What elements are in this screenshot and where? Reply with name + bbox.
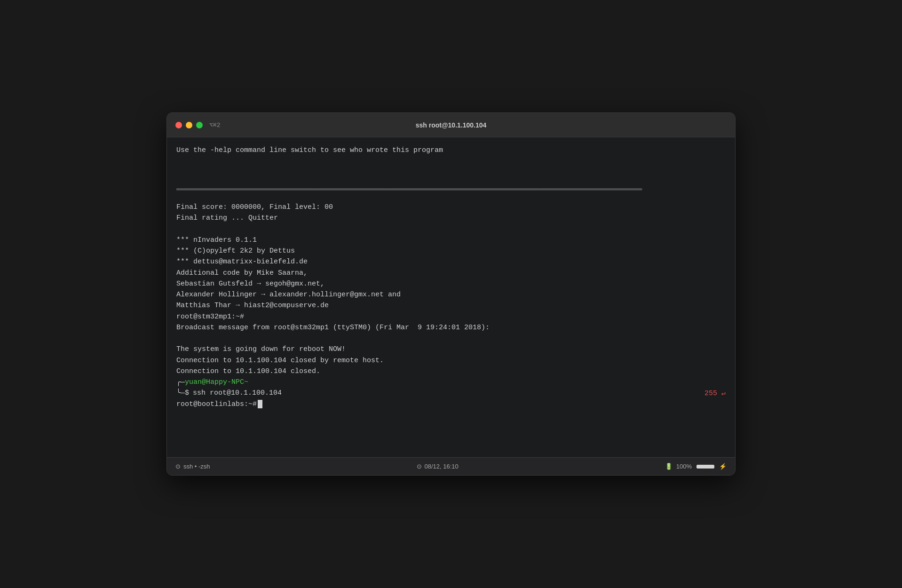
ninv1-line: *** nInvaders 0.1.1 [176,235,726,246]
root-prompt: root@bootlinlabs:~# [176,399,257,410]
prompt-bracket: ╭─ [176,378,185,387]
window-shortcut: ⌥⌘2 [209,121,220,129]
statusbar-left: ⊙ ssh • -zsh [175,463,210,470]
blank2 [176,167,726,178]
statusbar: ⊙ ssh • -zsh ⊙ 08/12, 16:10 🔋 100% ⚡ [167,457,735,475]
conn1-line: Connection to 10.1.100.104 closed by rem… [176,355,726,366]
traffic-lights [175,122,203,128]
broadcast-line: Broadcast message from root@stm32mp1 (tt… [176,322,726,333]
battery-bar [696,465,714,469]
help-line: Use the -help command line switch to see… [176,145,726,156]
terminal-window: ⌥⌘2 ssh root@10.1.100.104 Use the -help … [166,112,736,476]
ninv3-line: *** dettus@matrixx-bielefeld.de [176,256,726,267]
prompt-bracket2: ╰─ [176,389,185,397]
statusbar-right: 🔋 100% ⚡ [665,463,727,470]
blank4 [176,224,726,235]
reboot-line: The system is going down for reboot NOW! [176,344,726,355]
code3-line: Alexander Hollinger → alexander.hollinge… [176,289,726,300]
code1-line: Additional code by Mike Saarna, [176,268,726,278]
root-prompt-line: root@bootlinlabs:~# [176,399,726,410]
terminal-body[interactable]: Use the -help command line switch to see… [167,137,735,457]
exit-code: 255 ↵ [704,389,726,397]
battery-pct: 100% [676,463,692,470]
battery-fill [696,465,714,469]
code2-line: Sebastian Gutsfeld → segoh@gmx.net, [176,278,726,289]
window-title: ssh root@10.1.100.104 [416,121,487,129]
rating-line: Final rating ... Quitter [176,213,726,223]
root1-line: root@stm32mp1:~# [176,311,726,322]
maximize-button[interactable] [196,122,203,128]
prompt-tilde: ~ [244,378,248,386]
code4-line: Matthias Thar → hiast2@compuserve.de [176,300,726,311]
battery-icon: 🔋 [665,463,673,470]
bolt-icon: ⚡ [719,463,727,470]
cursor [258,400,262,408]
ssh-command: ssh root@10.1.100.104 [189,388,282,398]
score-line: Final score: 0000000, Final level: 00 [176,202,726,213]
ninv2-line: *** (C)opyleft 2k2 by Dettus [176,246,726,256]
minimize-button[interactable] [186,122,192,128]
datetime: 08/12, 16:10 [425,463,459,470]
divider-line: ════════════════════════════════════════… [176,184,726,195]
status-label: ssh • -zsh [183,463,210,470]
statusbar-center: ⊙ 08/12, 16:10 [210,463,665,470]
user-prompt-line: ╭─ yuan@Happy-NPC ~ [176,377,726,388]
titlebar: ⌥⌘2 ssh root@10.1.100.104 [167,113,735,137]
clock-icon: ⊙ [417,463,422,470]
status-icon: ⊙ [175,463,181,470]
conn2-line: Connection to 10.1.100.104 closed. [176,366,726,377]
close-button[interactable] [175,122,182,128]
prompt-username: yuan@Happy-NPC [185,377,244,388]
blank5 [176,333,726,344]
blank1 [176,156,726,167]
prompt-dollar: $ [185,389,189,397]
ssh-command-row: ╰─ $ ssh root@10.1.100.104 255 ↵ [176,388,726,398]
